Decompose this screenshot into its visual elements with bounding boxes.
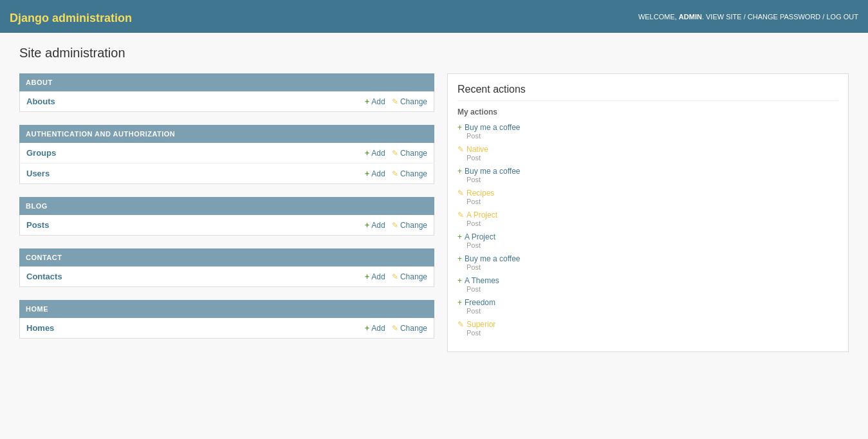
action-link[interactable]: Native: [466, 145, 488, 154]
model-link[interactable]: Abouts: [26, 97, 55, 106]
add-link[interactable]: Add: [365, 272, 385, 281]
model-name-cell: Abouts: [20, 91, 160, 112]
model-name-cell: Homes: [20, 318, 158, 339]
add-icon: +: [457, 254, 462, 263]
add-link[interactable]: Add: [365, 97, 385, 106]
table-row: GroupsAddChange: [20, 143, 434, 163]
module-title-home: HOME: [19, 300, 434, 318]
action-link[interactable]: Recipes: [466, 189, 494, 198]
action-item: +Buy me a coffeePost: [457, 254, 838, 271]
model-link[interactable]: Contacts: [26, 272, 62, 281]
change-password-link[interactable]: CHANGE PASSWORD: [748, 13, 820, 21]
action-subtitle: Post: [466, 154, 838, 162]
action-item: +A ProjectPost: [457, 232, 838, 249]
action-item: ✎SuperiorPost: [457, 320, 838, 337]
action-link[interactable]: Superior: [466, 320, 495, 329]
username: ADMIN: [679, 13, 702, 21]
action-subtitle: Post: [466, 176, 838, 183]
action-link[interactable]: A Project: [466, 210, 497, 220]
change-link[interactable]: Change: [392, 149, 427, 158]
add-icon: +: [457, 276, 462, 285]
table-row: ContactsAddChange: [20, 266, 434, 287]
module-home: HOMEHomesAddChange: [19, 300, 434, 339]
module-table-contact: ContactsAddChange: [19, 266, 434, 287]
action-title: +A Project: [457, 232, 838, 241]
action-subtitle: Post: [466, 220, 838, 227]
page-title: Site administration: [19, 46, 849, 61]
action-title: ✎A Project: [457, 210, 838, 220]
module-table-blog: PostsAddChange: [19, 215, 434, 236]
change-icon: ✎: [457, 145, 464, 154]
action-item: ✎NativePost: [457, 145, 838, 162]
model-link[interactable]: Posts: [26, 220, 49, 230]
site-title: Django administration: [10, 6, 132, 26]
add-link[interactable]: Add: [365, 169, 385, 178]
change-link[interactable]: Change: [392, 272, 427, 281]
model-name-cell: Posts: [20, 215, 146, 236]
my-actions-label: My actions: [457, 107, 838, 117]
model-actions-cell: AddChange: [146, 215, 434, 236]
add-icon: +: [457, 232, 462, 241]
module-title-blog: BLOG: [19, 197, 434, 215]
action-link[interactable]: A Project: [465, 232, 495, 241]
table-row: HomesAddChange: [20, 318, 434, 339]
action-item: +A ThemesPost: [457, 276, 838, 293]
action-link[interactable]: Buy me a coffee: [465, 123, 521, 132]
table-row: AboutsAddChange: [20, 91, 434, 112]
action-title: +Buy me a coffee: [457, 123, 838, 132]
left-column: ABOUTAboutsAddChangeAUTHENTICATION AND A…: [19, 73, 434, 352]
action-title: +Freedom: [457, 298, 838, 307]
model-link[interactable]: Users: [26, 169, 50, 178]
log-out-link[interactable]: LOG OUT: [826, 13, 858, 21]
add-link[interactable]: Add: [365, 324, 385, 333]
action-subtitle: Post: [466, 198, 838, 205]
action-title: +Buy me a coffee: [457, 254, 838, 263]
add-link[interactable]: Add: [365, 221, 385, 230]
action-subtitle: Post: [466, 241, 838, 249]
welcome-text: WELCOME,: [638, 13, 677, 21]
table-row: PostsAddChange: [20, 215, 434, 236]
action-link[interactable]: Freedom: [465, 298, 495, 307]
action-subtitle: Post: [466, 132, 838, 140]
action-item: ✎A ProjectPost: [457, 210, 838, 227]
change-link[interactable]: Change: [392, 97, 427, 106]
module-auth: AUTHENTICATION AND AUTHORIZATIONGroupsAd…: [19, 125, 434, 184]
action-item: +Buy me a coffeePost: [457, 123, 838, 140]
model-actions-cell: AddChange: [160, 91, 434, 112]
action-link[interactable]: Buy me a coffee: [465, 167, 521, 176]
model-actions-cell: AddChange: [162, 143, 434, 163]
model-link[interactable]: Homes: [26, 323, 54, 333]
model-name-cell: Contacts: [20, 266, 175, 287]
model-link[interactable]: Groups: [26, 148, 56, 158]
recent-actions-title: Recent actions: [457, 84, 838, 101]
model-actions-cell: AddChange: [158, 318, 434, 339]
model-actions-cell: AddChange: [174, 266, 434, 287]
module-title-contact: CONTACT: [19, 248, 434, 266]
change-link[interactable]: Change: [392, 169, 427, 178]
change-link[interactable]: Change: [392, 221, 427, 230]
content-main: Site administration ABOUTAboutsAddChange…: [0, 33, 868, 365]
main-layout: ABOUTAboutsAddChangeAUTHENTICATION AND A…: [19, 73, 849, 352]
add-icon: +: [457, 167, 462, 176]
site-title-link[interactable]: Django administration: [10, 12, 132, 24]
change-icon: ✎: [457, 189, 464, 198]
table-row: UsersAddChange: [20, 163, 434, 184]
header: Django administration WELCOME, ADMIN. VI…: [0, 0, 868, 33]
action-subtitle: Post: [466, 307, 838, 315]
add-link[interactable]: Add: [365, 149, 385, 158]
module-table-home: HomesAddChange: [19, 318, 434, 339]
action-list: +Buy me a coffeePost✎NativePost+Buy me a…: [457, 123, 838, 337]
view-site-link[interactable]: VIEW SITE: [706, 13, 742, 21]
change-link[interactable]: Change: [392, 324, 427, 333]
module-about: ABOUTAboutsAddChange: [19, 73, 434, 112]
add-icon: +: [457, 123, 462, 132]
change-icon: ✎: [457, 210, 464, 220]
action-item: +Buy me a coffeePost: [457, 167, 838, 183]
module-table-about: AboutsAddChange: [19, 91, 434, 112]
action-link[interactable]: Buy me a coffee: [465, 254, 521, 263]
action-link[interactable]: A Themes: [465, 276, 499, 285]
module-title-auth: AUTHENTICATION AND AUTHORIZATION: [19, 125, 434, 143]
action-title: +Buy me a coffee: [457, 167, 838, 176]
model-name-cell: Users: [20, 163, 162, 184]
module-blog: BLOGPostsAddChange: [19, 197, 434, 236]
